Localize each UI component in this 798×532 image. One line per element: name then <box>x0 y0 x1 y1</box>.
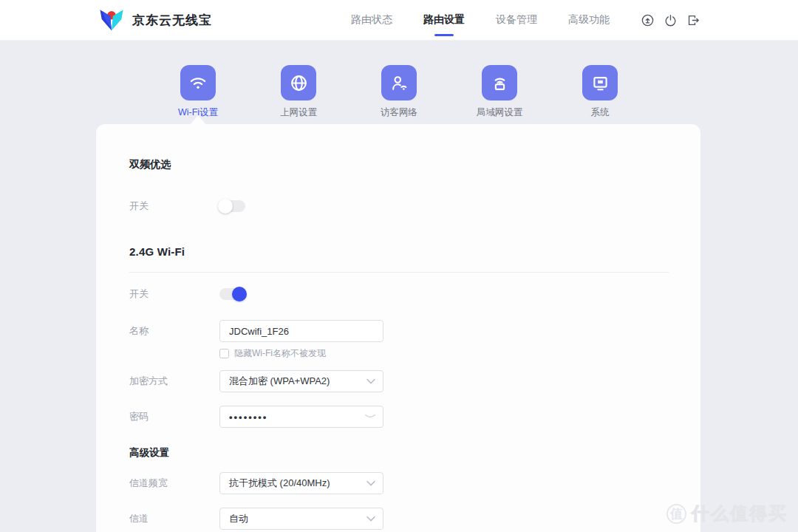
bandwidth-value: 抗干扰模式 (20/40MHz) <box>229 477 375 490</box>
channel-value: 自动 <box>229 512 375 525</box>
section-divider <box>129 272 669 273</box>
nav-router-status[interactable]: 路由状态 <box>347 9 397 31</box>
wifi-name-input[interactable] <box>219 320 383 342</box>
dual-band-switch-row: 开关 <box>129 195 669 217</box>
nav-device-management[interactable]: 设备管理 <box>491 9 542 31</box>
hide-ssid-checkbox[interactable] <box>219 349 229 358</box>
channel-select[interactable]: 自动 <box>219 508 383 530</box>
chevron-down-icon <box>366 378 375 384</box>
encryption-select[interactable]: 混合加密 (WPA+WPA2) <box>219 370 383 392</box>
globe-icon <box>281 65 316 100</box>
section-title-advanced: 高级设置 <box>129 446 669 460</box>
brand[interactable]: 京东云无线宝 <box>98 8 212 32</box>
channel-label: 信道 <box>129 512 219 525</box>
chevron-down-icon <box>366 480 375 486</box>
password-field-wrap <box>219 406 383 428</box>
system-monitor-icon <box>582 65 618 100</box>
switch-label: 开关 <box>129 287 219 301</box>
section-title-dual-band: 双频优选 <box>129 157 669 171</box>
tab-label: 局域网设置 <box>477 106 523 119</box>
tab-label: 访客网络 <box>381 106 417 119</box>
header-actions <box>639 12 701 28</box>
top-navbar: 京东云无线宝 路由状态 路由设置 设备管理 高级功能 <box>0 0 798 41</box>
settings-panel: 双频优选 开关 2.4G Wi-Fi 开关 名称 隐藏Wi-Fi名称不被发现 加… <box>96 124 700 532</box>
encryption-label: 加密方式 <box>129 375 219 388</box>
eye-closed-icon[interactable] <box>364 414 376 420</box>
logout-icon[interactable] <box>685 12 701 28</box>
lan-icon <box>482 65 517 100</box>
tab-wifi-settings[interactable]: Wi-Fi设置 <box>148 65 248 119</box>
encryption-row: 加密方式 混合加密 (WPA+WPA2) <box>129 370 669 392</box>
channel-row: 信道 自动 <box>129 508 669 530</box>
bandwidth-select[interactable]: 抗干扰模式 (20/40MHz) <box>219 472 383 494</box>
tab-internet-settings[interactable]: 上网设置 <box>248 65 349 119</box>
dual-band-toggle[interactable] <box>219 200 245 212</box>
wifi-name-label: 名称 <box>129 324 219 338</box>
guest-network-icon <box>381 65 417 100</box>
section-title-24g-wifi: 2.4G Wi-Fi <box>129 244 669 260</box>
toggle-knob <box>218 199 233 214</box>
tab-guest-network[interactable]: 访客网络 <box>349 65 449 119</box>
encryption-value: 混合加密 (WPA+WPA2) <box>229 375 375 388</box>
password-row: 密码 <box>129 406 669 428</box>
tab-lan-settings[interactable]: 局域网设置 <box>449 65 550 119</box>
settings-tabs: Wi-Fi设置 上网设置 访客网络 <box>0 65 798 119</box>
wifi24-toggle[interactable] <box>219 288 245 300</box>
switch-label: 开关 <box>129 200 219 213</box>
nav-advanced-features[interactable]: 高级功能 <box>564 9 614 31</box>
power-icon[interactable] <box>662 12 678 28</box>
wifi-icon <box>180 65 216 100</box>
jdcloud-logo-icon <box>98 8 125 32</box>
bandwidth-row: 信道频宽 抗干扰模式 (20/40MHz) <box>129 472 669 494</box>
main-nav: 路由状态 路由设置 设备管理 高级功能 <box>347 9 614 31</box>
tab-label: 上网设置 <box>280 106 317 119</box>
brand-title: 京东云无线宝 <box>132 12 212 29</box>
wifi-name-row: 名称 <box>129 320 669 342</box>
active-tab-pointer <box>191 115 205 124</box>
toggle-knob <box>232 287 247 301</box>
tab-label: 系统 <box>591 106 610 119</box>
tab-system[interactable]: 系统 <box>550 65 650 119</box>
password-input[interactable] <box>219 406 383 428</box>
chevron-down-icon <box>366 516 375 522</box>
watermark-text: 什么值得买 <box>692 502 788 525</box>
bandwidth-label: 信道频宽 <box>129 477 219 490</box>
circle-arrow-up-icon[interactable] <box>639 12 655 28</box>
wifi24-switch-row: 开关 <box>129 283 669 305</box>
nav-router-settings[interactable]: 路由设置 <box>419 9 469 31</box>
hide-ssid-row: 隐藏Wi-Fi名称不被发现 <box>219 347 669 360</box>
password-label: 密码 <box>129 410 219 423</box>
hide-ssid-label: 隐藏Wi-Fi名称不被发现 <box>234 347 326 360</box>
